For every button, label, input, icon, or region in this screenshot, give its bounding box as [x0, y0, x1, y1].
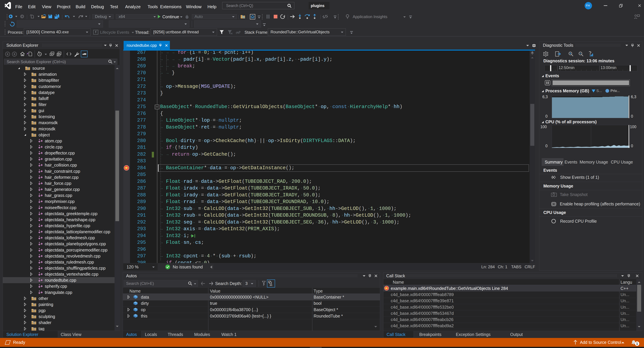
svg-text:ab: ab	[270, 284, 272, 286]
